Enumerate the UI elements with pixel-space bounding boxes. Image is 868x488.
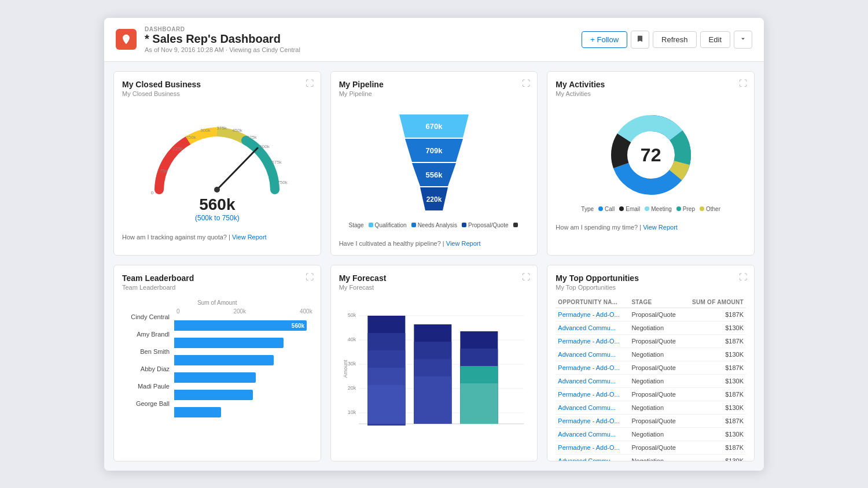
- opportunity-name[interactable]: Permadyne - Add-O...: [556, 414, 629, 427]
- svg-text:525k: 525k: [247, 135, 258, 140]
- table-row: Advanced Commu... Negotiation $130K: [556, 347, 746, 361]
- view-report-link[interactable]: View Report: [232, 234, 267, 241]
- pin-button[interactable]: [631, 31, 649, 49]
- opportunity-stage: Proposal/Quote: [629, 308, 683, 321]
- opportunity-name[interactable]: Advanced Commu...: [556, 374, 629, 387]
- table-row: Permadyne - Add-O... Proposal/Quote $187…: [556, 414, 746, 427]
- bar-label-amy: Amy Brandl: [122, 326, 174, 343]
- expand-icon[interactable]: ⛶: [522, 272, 530, 282]
- opportunity-amount: $187K: [683, 308, 746, 321]
- svg-text:556k: 556k: [426, 171, 443, 179]
- gauge-value: 560k: [199, 195, 235, 214]
- pipeline-view-report-link[interactable]: View Report: [446, 240, 481, 247]
- opportunity-name[interactable]: Permadyne - Add-O...: [556, 308, 629, 321]
- bar-madi: [174, 390, 253, 400]
- opportunity-amount: $187K: [683, 361, 746, 374]
- expand-icon[interactable]: ⛶: [739, 79, 747, 88]
- widget-closed-business: My Closed Business My Closed Business ⛶ …: [113, 71, 321, 256]
- svg-text:10k: 10k: [347, 409, 356, 415]
- table-row: Advanced Commu... Negotiation $130K: [556, 401, 746, 414]
- opportunity-amount: $130K: [683, 321, 746, 334]
- closed-business-footer: How am I tracking against my quota? | Vi…: [122, 234, 312, 241]
- closed-business-title: My Closed Business: [122, 80, 312, 89]
- opportunity-stage: Proposal/Quote: [629, 387, 683, 401]
- header-label: DASHBOARD: [145, 26, 582, 32]
- table-row: Permadyne - Add-O... Proposal/Quote $187…: [556, 334, 746, 347]
- funnel-container: 670k 709k 556k 220k Stage: [339, 103, 529, 234]
- dashboard-grid: My Closed Business My Closed Business ⛶ …: [104, 62, 764, 471]
- table-row: Advanced Commu... Negotiation $130K: [556, 427, 746, 441]
- bar-cindy: 560k: [174, 320, 307, 331]
- more-button[interactable]: [734, 31, 752, 49]
- opportunity-stage: Negotiation: [629, 401, 683, 414]
- opportunity-name[interactable]: Advanced Commu...: [556, 454, 629, 461]
- forecast-title: My Forecast: [339, 273, 529, 283]
- expand-icon[interactable]: ⛶: [739, 272, 747, 282]
- app-logo: [116, 29, 137, 50]
- svg-text:300k: 300k: [201, 128, 211, 133]
- svg-text:75k: 75k: [160, 168, 168, 173]
- svg-text:Amount: Amount: [343, 359, 348, 378]
- svg-text:600k: 600k: [260, 144, 270, 149]
- opportunity-name[interactable]: Permadyne - Add-O...: [556, 387, 629, 401]
- bar-chart-body: 0200k400k 560k: [174, 308, 312, 421]
- legend-email: Email: [619, 206, 640, 212]
- follow-button[interactable]: + Follow: [582, 31, 627, 48]
- svg-text:0: 0: [151, 190, 154, 195]
- opportunity-amount: $130K: [683, 347, 746, 361]
- bar-label-cindy: Cindy Central: [122, 308, 174, 326]
- gauge-chart: 0 75k 225k 250k 300k 375k 450k 525k 600k…: [136, 109, 298, 201]
- refresh-button[interactable]: Refresh: [653, 31, 697, 48]
- opportunity-name[interactable]: Advanced Commu...: [556, 427, 629, 441]
- svg-text:675k: 675k: [272, 160, 282, 165]
- activities-view-report-link[interactable]: View Report: [643, 224, 678, 231]
- svg-text:40k: 40k: [347, 337, 356, 342]
- bar-abby: [174, 372, 256, 383]
- svg-text:750k: 750k: [278, 180, 288, 185]
- legend-other: [513, 222, 520, 228]
- opportunity-stage: Proposal/Quote: [629, 441, 683, 454]
- pipeline-subtitle: My Pipeline: [339, 90, 529, 97]
- opportunity-amount: $187K: [683, 387, 746, 401]
- legend-proposal-quote: Proposal/Quote: [462, 222, 509, 228]
- activities-subtitle: My Activities: [556, 90, 746, 97]
- table-row: Advanced Commu... Negotiation $130K: [556, 321, 746, 334]
- opportunity-stage: Negotiation: [629, 374, 683, 387]
- svg-rect-43: [367, 385, 405, 424]
- expand-icon[interactable]: ⛶: [306, 79, 314, 88]
- forecast-chart: 50k 40k 30k 20k 10k Amount: [339, 300, 529, 432]
- bar-george: [174, 407, 221, 417]
- donut-chart: 72: [605, 109, 697, 201]
- opportunity-name[interactable]: Advanced Commu...: [556, 401, 629, 414]
- opportunity-name[interactable]: Permadyne - Add-O...: [556, 441, 629, 454]
- gauge-container: 0 75k 225k 250k 300k 375k 450k 525k 600k…: [122, 103, 312, 228]
- opportunity-name[interactable]: Advanced Commu...: [556, 347, 629, 361]
- opportunity-name[interactable]: Advanced Commu...: [556, 321, 629, 334]
- activities-footer: How am I spending my time? | View Report: [556, 224, 746, 231]
- svg-text:670k: 670k: [426, 122, 443, 131]
- widget-forecast: My Forecast My Forecast ⛶ 50k 40k 30k 20…: [330, 265, 538, 461]
- funnel-legend: Stage Qualification Needs Analysis Propo…: [348, 222, 519, 228]
- legend-needs-analysis: Needs Analysis: [411, 222, 457, 228]
- opportunity-name[interactable]: Permadyne - Add-O...: [556, 361, 629, 374]
- svg-rect-51: [460, 383, 498, 424]
- expand-icon[interactable]: ⛶: [522, 79, 530, 88]
- legend-qualification: Qualification: [369, 222, 407, 228]
- legend-label-type: Type: [581, 206, 594, 212]
- header-subtitle: As of Nov 9, 2016 10:28 AM · Viewing as …: [145, 46, 582, 53]
- bar-row-cindy: 560k: [174, 317, 312, 334]
- table-row: Permadyne - Add-O... Proposal/Quote $187…: [556, 308, 746, 321]
- opportunity-stage: Negotiation: [629, 427, 683, 441]
- bar-row-abby: [174, 369, 312, 386]
- table-row: Advanced Commu... Negotiation $130K: [556, 454, 746, 461]
- opportunity-name[interactable]: Permadyne - Add-O...: [556, 334, 629, 347]
- edit-button[interactable]: Edit: [700, 31, 730, 48]
- expand-icon[interactable]: ⛶: [306, 272, 314, 282]
- bar-label-madi: Madi Paule: [122, 378, 174, 395]
- bar-row-madi: [174, 386, 312, 404]
- legend-prep: Prep: [676, 206, 695, 212]
- opportunities-table: OPPORTUNITY NA... STAGE SUM OF AMOUNT Pe…: [556, 297, 746, 461]
- col-stage: STAGE: [629, 297, 683, 308]
- bar-row-amy: [174, 334, 312, 352]
- opportunity-amount: $130K: [683, 454, 746, 461]
